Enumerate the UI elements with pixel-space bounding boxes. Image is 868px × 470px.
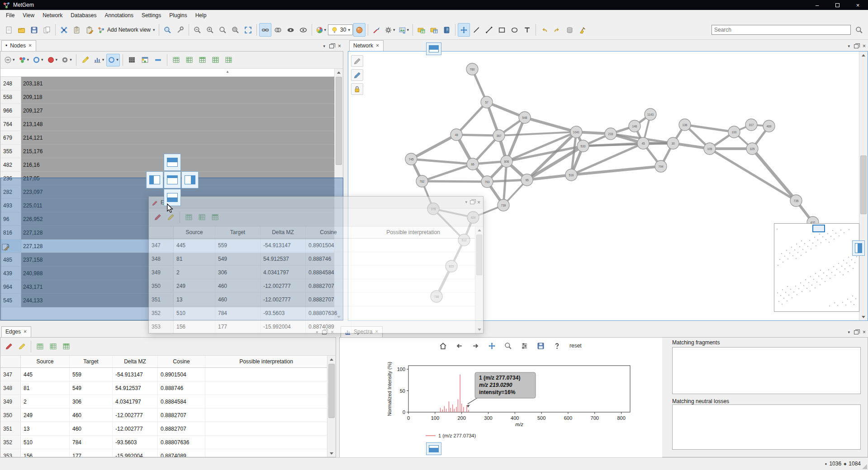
columns-view-1-button[interactable] bbox=[170, 54, 182, 66]
edges-table-row[interactable]: 35113460-12.0027770.8882707 bbox=[149, 293, 475, 306]
dock-guide-top[interactable] bbox=[164, 154, 181, 171]
spectrum-zoom-button[interactable] bbox=[502, 340, 514, 352]
nodes-dock-close-icon[interactable]: × bbox=[338, 43, 341, 49]
row-header[interactable]: 352 bbox=[149, 306, 174, 320]
cell[interactable]: 0.88807636 bbox=[158, 436, 205, 449]
menu-help[interactable]: Help bbox=[191, 11, 211, 20]
network-node[interactable]: 739 bbox=[498, 199, 509, 211]
row-header[interactable]: 349 bbox=[0, 395, 21, 408]
edges-table-row[interactable]: 352510784-93.56030.88807636 bbox=[0, 436, 327, 449]
nodes-table-row[interactable]: 679214,121 bbox=[0, 131, 334, 145]
zoom-in-button[interactable] bbox=[204, 23, 216, 37]
column-header[interactable]: Cosine bbox=[306, 226, 351, 238]
group-collapse-button[interactable]: ▾ bbox=[3, 54, 16, 66]
edges-table-row[interactable]: 34923064.03417970.8884584 bbox=[149, 266, 475, 279]
cell[interactable]: 177 bbox=[215, 320, 261, 333]
matching-fragments-box[interactable] bbox=[672, 347, 861, 394]
bar-by-column-button[interactable]: ▾ bbox=[92, 54, 106, 66]
row-header[interactable]: 679 bbox=[0, 131, 21, 145]
fullscreen-button[interactable] bbox=[242, 23, 254, 37]
cell[interactable]: 460 bbox=[215, 279, 261, 292]
zoom-out-button[interactable] bbox=[191, 23, 204, 37]
table-style-color-button[interactable] bbox=[139, 54, 151, 66]
row-header[interactable]: 966 bbox=[0, 104, 21, 118]
edges-table-row[interactable]: 350249460-12.0027770.8882707 bbox=[0, 409, 327, 422]
spectrum-forward-button[interactable] bbox=[470, 340, 482, 352]
highlight-red-button[interactable] bbox=[3, 340, 15, 353]
row-header[interactable]: 353 bbox=[0, 449, 21, 457]
row-header[interactable]: 347 bbox=[0, 368, 21, 381]
move-tool-button[interactable] bbox=[458, 23, 470, 37]
cell[interactable]: 13 bbox=[174, 293, 215, 306]
cell[interactable]: 784 bbox=[70, 436, 113, 449]
pie-mapping-button[interactable] bbox=[370, 23, 383, 37]
cell[interactable]: 156 bbox=[21, 449, 70, 457]
clear-annotations-button[interactable] bbox=[576, 23, 588, 37]
cell[interactable]: 13 bbox=[21, 422, 70, 435]
dock-guide-center[interactable] bbox=[164, 171, 181, 188]
cell[interactable]: 177 bbox=[70, 449, 113, 457]
tab-nodes-close-icon[interactable]: × bbox=[28, 43, 32, 48]
cell[interactable] bbox=[351, 306, 475, 320]
columns-view-4-button[interactable] bbox=[209, 54, 222, 66]
minimap-viewport[interactable] bbox=[812, 225, 825, 232]
corner-header[interactable] bbox=[0, 356, 21, 367]
cell[interactable] bbox=[351, 279, 475, 292]
edges-table-row[interactable]: 3488154954.9125370.888746 bbox=[0, 381, 327, 395]
network-node[interactable]: 45 bbox=[637, 137, 649, 149]
column-header[interactable]: Possible interpretation bbox=[351, 226, 475, 238]
network-node[interactable]: 233 bbox=[605, 128, 617, 140]
cell[interactable]: 306 bbox=[70, 395, 113, 408]
cell[interactable] bbox=[351, 320, 475, 333]
network-node[interactable]: 317 bbox=[745, 119, 757, 131]
cell[interactable]: 4.0341797 bbox=[261, 266, 306, 279]
ellipse-tool-button[interactable] bbox=[508, 23, 521, 37]
cell[interactable]: 549 bbox=[215, 252, 261, 265]
edges-table-row[interactable]: 353156177-15.9920040.8874089 bbox=[149, 320, 475, 333]
network-node[interactable]: 1143 bbox=[645, 108, 656, 120]
cell[interactable] bbox=[351, 239, 475, 252]
cell[interactable]: -12.002777 bbox=[113, 422, 158, 435]
spectrum-reset-button[interactable]: reset bbox=[567, 340, 584, 352]
cell[interactable]: 249 bbox=[21, 409, 70, 422]
cell[interactable]: 559 bbox=[215, 239, 261, 252]
floating-panel-menu-icon[interactable]: ▾ bbox=[465, 200, 467, 204]
show-all-button[interactable] bbox=[297, 23, 309, 37]
spectrum-save-button[interactable] bbox=[535, 340, 547, 352]
cell[interactable]: 0.8874089 bbox=[158, 449, 205, 457]
window-dock-guide-bottom[interactable] bbox=[426, 442, 441, 455]
cell[interactable]: 0.8882707 bbox=[306, 279, 351, 292]
columns-view-2-button[interactable] bbox=[183, 54, 195, 66]
columns-view-2-button[interactable] bbox=[47, 340, 59, 353]
cell[interactable]: 0.888746 bbox=[306, 252, 351, 265]
column-header[interactable]: Delta MZ bbox=[113, 356, 158, 367]
cell[interactable]: 0.8874089 bbox=[306, 320, 351, 333]
menu-file[interactable]: File bbox=[2, 11, 19, 20]
column-header[interactable]: Target bbox=[70, 356, 113, 367]
network-node[interactable]: 735 bbox=[790, 195, 802, 207]
cell[interactable]: 445 bbox=[174, 239, 215, 252]
export-metadata-button[interactable] bbox=[428, 23, 440, 37]
cell[interactable]: -12.002777 bbox=[113, 409, 158, 422]
cell[interactable]: 2 bbox=[21, 395, 70, 408]
network-node[interactable]: 516 bbox=[565, 169, 577, 181]
lock-layout-button[interactable] bbox=[351, 83, 363, 95]
row-header[interactable]: 351 bbox=[149, 293, 174, 306]
cell[interactable] bbox=[351, 266, 475, 279]
save-project-button[interactable] bbox=[28, 23, 40, 37]
add-network-view-button[interactable]: Add Network view▾ bbox=[96, 23, 157, 37]
cell[interactable]: -93.5603 bbox=[261, 306, 306, 320]
mz-cell[interactable]: 203,181 bbox=[21, 77, 334, 90]
row-header[interactable]: 349 bbox=[149, 266, 174, 279]
map-column-button[interactable]: ▾ bbox=[106, 54, 120, 66]
nodes-table-row[interactable]: 764213,148 bbox=[0, 118, 334, 131]
network-node[interactable]: 806 bbox=[501, 155, 512, 167]
cell[interactable]: -12.002777 bbox=[261, 293, 306, 306]
dock-guide-right[interactable] bbox=[181, 171, 199, 188]
cell[interactable] bbox=[205, 368, 327, 381]
window-dock-guide-right[interactable] bbox=[852, 240, 865, 256]
network-node[interactable]: 325 bbox=[746, 143, 758, 155]
tab-network-close-icon[interactable]: × bbox=[376, 43, 379, 48]
highlight-red-button[interactable]: ▾ bbox=[46, 54, 59, 66]
cell[interactable]: -93.5603 bbox=[113, 436, 158, 449]
